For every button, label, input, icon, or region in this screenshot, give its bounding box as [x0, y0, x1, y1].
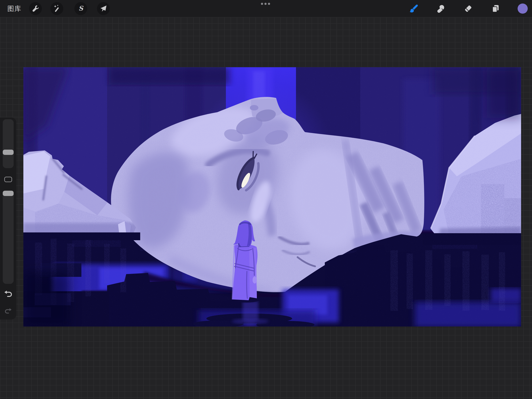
side-controls — [0, 117, 16, 320]
redo-button[interactable] — [4, 306, 13, 315]
selection-button[interactable]: S — [74, 2, 87, 15]
actions-button[interactable] — [29, 2, 42, 15]
layers-button[interactable] — [491, 4, 500, 13]
transform-arrow-icon — [99, 5, 108, 13]
redo-icon — [4, 306, 12, 314]
adjustments-button[interactable] — [51, 2, 63, 15]
transform-button[interactable] — [97, 2, 110, 15]
top-toolbar: 图库 S — [0, 0, 532, 17]
artwork — [23, 67, 521, 327]
undo-button[interactable] — [4, 289, 13, 298]
undo-icon — [4, 289, 13, 298]
brush-size-slider[interactable] — [3, 119, 14, 168]
canvas-grain — [23, 67, 521, 327]
erase-tool-button[interactable] — [463, 4, 473, 13]
smudge-finger-icon — [436, 4, 445, 13]
multitasking-indicator[interactable] — [261, 3, 270, 5]
selection-icon: S — [77, 5, 85, 13]
procreate-workspace: 图库 S — [0, 0, 532, 399]
modify-button[interactable] — [4, 177, 12, 182]
magic-wand-icon — [53, 5, 61, 13]
svg-text:S: S — [78, 5, 83, 12]
opacity-slider[interactable] — [3, 190, 14, 284]
opacity-handle[interactable] — [3, 191, 14, 196]
paint-tool-button[interactable] — [409, 4, 418, 13]
wrench-icon — [31, 5, 39, 13]
layers-icon — [491, 4, 500, 13]
color-swatch-button[interactable] — [518, 4, 528, 14]
paint-brush-icon — [409, 4, 418, 14]
drawing-canvas[interactable] — [23, 67, 521, 327]
gallery-button[interactable]: 图库 — [7, 0, 21, 17]
smudge-tool-button[interactable] — [436, 4, 445, 13]
brush-size-handle[interactable] — [3, 150, 14, 155]
eraser-icon — [463, 4, 473, 13]
